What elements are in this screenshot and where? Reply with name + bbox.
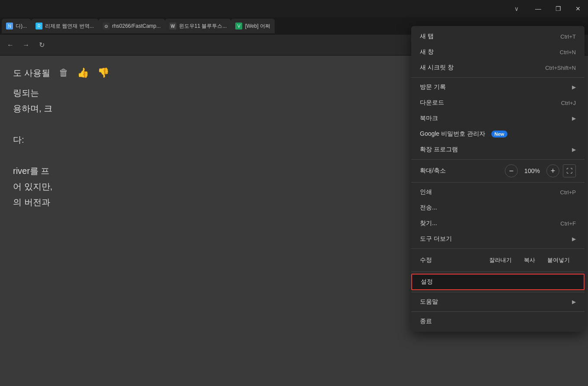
separator-4 — [411, 249, 585, 249]
menu-item-exit[interactable]: 종료 — [411, 314, 585, 329]
tab-4-favicon: W — [169, 23, 176, 29]
tab-5-favicon: V — [235, 23, 242, 29]
cut-button[interactable]: 잘라내기 — [483, 254, 518, 267]
zoom-controls: − 100% + ⛶ — [505, 164, 576, 177]
back-button[interactable]: ← — [3, 38, 17, 52]
maximize-button[interactable]: ❐ — [548, 0, 568, 17]
menu-item-cast[interactable]: 전송... — [411, 200, 585, 216]
exit-label: 종료 — [420, 317, 432, 325]
cast-label: 전송... — [420, 204, 437, 212]
edit-label: 수정 — [420, 256, 483, 264]
tab-1-favicon: N — [6, 23, 13, 29]
tab-2-label: 리제로 웹연재 번역... — [45, 23, 94, 30]
menu-item-downloads[interactable]: 다운로드 Ctrl+J — [411, 95, 585, 111]
copy-icon: 🗑 — [59, 64, 68, 82]
menu-item-more-tools[interactable]: 도구 더보기 ▶ — [411, 231, 585, 247]
menu-item-history[interactable]: 방문 기록 ▶ — [411, 79, 585, 95]
window-controls: — ❐ ✕ — [528, 0, 588, 17]
menu-item-help[interactable]: 도움말 ▶ — [411, 294, 585, 310]
downloads-shortcut: Ctrl+J — [561, 100, 576, 106]
extensions-label: 확장 프로그램 — [420, 146, 458, 154]
tab-3-favicon: ⊙ — [103, 23, 110, 29]
zoom-label: 확대/축소 — [420, 167, 446, 175]
separator-7 — [411, 311, 585, 312]
extensions-arrow-icon: ▶ — [572, 147, 576, 153]
fullscreen-icon: ⛶ — [566, 167, 572, 174]
zoom-fullscreen-button[interactable]: ⛶ — [563, 164, 576, 177]
zoom-minus-button[interactable]: − — [505, 164, 518, 177]
separator-6 — [411, 292, 585, 292]
tab-overflow-icon[interactable]: ∨ — [514, 5, 519, 12]
menu-item-edit: 수정 잘라내기 복사 붙여넣기 — [411, 251, 585, 270]
history-arrow-icon: ▶ — [572, 84, 576, 90]
tab-4[interactable]: W 윈도우11 블루투스... — [165, 19, 231, 33]
menu-item-settings[interactable]: 설정 — [411, 274, 585, 290]
print-shortcut: Ctrl+P — [560, 189, 576, 196]
more-tools-arrow-icon: ▶ — [572, 236, 576, 242]
close-button[interactable]: ✕ — [568, 0, 588, 17]
find-label: 찾기... — [420, 219, 437, 227]
new-tab-shortcut: Ctrl+T — [560, 33, 576, 40]
help-label: 도움말 — [420, 298, 438, 306]
tab-1[interactable]: N 다)... — [2, 19, 31, 33]
new-incognito-label: 새 시크릿 창 — [420, 64, 454, 72]
menu-item-new-tab[interactable]: 새 탭 Ctrl+T — [411, 29, 585, 44]
new-tab-label: 새 탭 — [420, 33, 434, 40]
new-window-label: 새 창 — [420, 48, 434, 56]
separator-3 — [411, 182, 585, 183]
password-manager-label: Google 비밀번호 관리자 — [420, 130, 485, 138]
tab-3[interactable]: ⊙ rhs0266/FastCamp... — [98, 19, 165, 33]
menu-item-extensions[interactable]: 확장 프로그램 ▶ — [411, 142, 585, 157]
menu-item-new-window[interactable]: 새 창 Ctrl+N — [411, 44, 585, 60]
menu-item-find[interactable]: 찾기... Ctrl+F — [411, 216, 585, 231]
zoom-value: 100% — [521, 167, 543, 174]
settings-label: 설정 — [421, 278, 433, 286]
tab-2-favicon: R — [36, 23, 42, 29]
copy-button[interactable]: 복사 — [518, 254, 541, 267]
history-label: 방문 기록 — [420, 83, 446, 91]
menu-item-bookmarks[interactable]: 북마크 ▶ — [411, 111, 585, 126]
bookmarks-label: 북마크 — [420, 114, 438, 122]
thumbs-up-icon: 👍 — [77, 64, 89, 82]
more-tools-label: 도구 더보기 — [420, 235, 452, 243]
tab-5-label: [Web] 어쩌 — [245, 23, 270, 30]
menu-item-password-manager[interactable]: Google 비밀번호 관리자 New — [411, 126, 585, 142]
paste-button[interactable]: 붙여넣기 — [541, 254, 576, 267]
help-arrow-icon: ▶ — [572, 299, 576, 305]
separator-2 — [411, 159, 585, 160]
separator-5 — [411, 272, 585, 272]
menu-item-zoom: 확대/축소 − 100% + ⛶ — [411, 161, 585, 180]
minimize-button[interactable]: — — [528, 0, 548, 17]
separator-1 — [411, 77, 585, 78]
thumbs-down-icon: 👎 — [97, 64, 109, 82]
tab-4-label: 윈도우11 블루투스... — [179, 23, 227, 30]
menu-item-new-incognito[interactable]: 새 시크릿 창 Ctrl+Shift+N — [411, 60, 585, 75]
tab-1-label: 다)... — [16, 23, 27, 30]
new-window-shortcut: Ctrl+N — [560, 49, 576, 56]
zoom-plus-button[interactable]: + — [546, 164, 559, 177]
print-label: 인쇄 — [420, 188, 432, 196]
new-badge: New — [491, 131, 507, 137]
content-line1: 도 사용될 — [13, 65, 50, 81]
reload-button[interactable]: ↻ — [35, 38, 49, 52]
tab-3-label: rhs0266/FastCamp... — [112, 23, 161, 29]
new-incognito-shortcut: Ctrl+Shift+N — [545, 65, 576, 71]
title-bar: ∨ — ❐ ✕ — [0, 0, 588, 17]
bookmarks-arrow-icon: ▶ — [572, 115, 576, 121]
downloads-label: 다운로드 — [420, 99, 444, 107]
forward-button[interactable]: → — [19, 38, 33, 52]
tab-2[interactable]: R 리제로 웹연재 번역... — [31, 19, 98, 33]
tab-5[interactable]: V [Web] 어쩌 — [231, 19, 274, 33]
context-menu: 새 탭 Ctrl+T 새 창 Ctrl+N 새 시크릿 창 Ctrl+Shift… — [411, 26, 585, 332]
menu-item-print[interactable]: 인쇄 Ctrl+P — [411, 184, 585, 200]
find-shortcut: Ctrl+F — [560, 220, 576, 227]
